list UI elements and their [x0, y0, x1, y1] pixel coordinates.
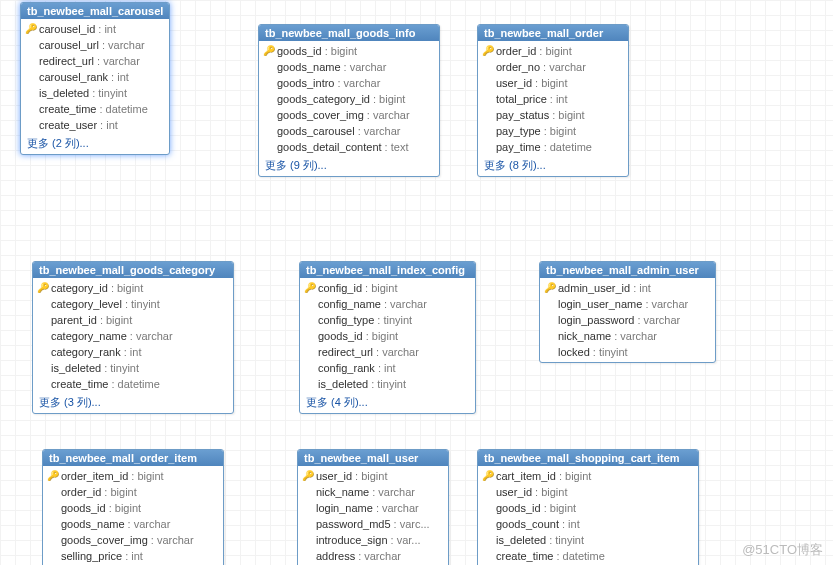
field-row[interactable]: •selling_price: int: [43, 548, 223, 564]
field-row[interactable]: 🔑user_id: bigint: [298, 468, 448, 484]
field-row[interactable]: 🔑order_id: bigint: [478, 43, 628, 59]
field-type: : datetime: [544, 140, 592, 154]
db-table-goods_info[interactable]: tb_newbee_mall_goods_info🔑goods_id: bigi…: [258, 24, 440, 177]
field-row[interactable]: •user_id: bigint: [478, 75, 628, 91]
table-title[interactable]: tb_newbee_mall_user: [298, 450, 448, 466]
db-table-carousel[interactable]: tb_newbee_mall_carousel🔑carousel_id: int…: [20, 2, 170, 155]
field-icon: •: [482, 60, 494, 74]
field-row[interactable]: •address: varchar: [298, 548, 448, 564]
field-type: : bigint: [559, 469, 591, 483]
table-fields: 🔑goods_id: bigint•goods_name: varchar•go…: [259, 41, 439, 157]
field-icon: •: [263, 92, 275, 106]
field-row[interactable]: •goods_id: bigint: [43, 500, 223, 516]
field-type: : tinyint: [104, 361, 139, 375]
field-row[interactable]: •category_rank: int: [33, 344, 233, 360]
field-row[interactable]: 🔑admin_user_id: int: [540, 280, 715, 296]
field-row[interactable]: •is_deleted: tinyint: [21, 85, 169, 101]
more-columns-link[interactable]: 更多 (4 列)...: [300, 394, 475, 413]
field-icon: •: [25, 70, 37, 84]
field-row[interactable]: •goods_intro: varchar: [259, 75, 439, 91]
db-table-order[interactable]: tb_newbee_mall_order🔑order_id: bigint•or…: [477, 24, 629, 177]
field-row[interactable]: •goods_category_id: bigint: [259, 91, 439, 107]
field-row[interactable]: 🔑goods_id: bigint: [259, 43, 439, 59]
field-row[interactable]: •carousel_rank: int: [21, 69, 169, 85]
field-row[interactable]: •is_deleted: tinyint: [478, 532, 698, 548]
field-row[interactable]: •goods_name: varchar: [259, 59, 439, 75]
db-table-index_config[interactable]: tb_newbee_mall_index_config🔑config_id: b…: [299, 261, 476, 414]
field-row[interactable]: •config_type: tinyint: [300, 312, 475, 328]
field-name: config_id: [318, 281, 362, 295]
field-row[interactable]: •login_user_name: varchar: [540, 296, 715, 312]
field-row[interactable]: •locked: tinyint: [540, 344, 715, 360]
field-row[interactable]: •pay_type: bigint: [478, 123, 628, 139]
table-title[interactable]: tb_newbee_mall_shopping_cart_item: [478, 450, 698, 466]
field-row[interactable]: •goods_name: varchar: [43, 516, 223, 532]
field-row[interactable]: •config_rank: int: [300, 360, 475, 376]
er-diagram-canvas[interactable]: @51CTO博客 tb_newbee_mall_carousel🔑carouse…: [0, 0, 833, 565]
field-row[interactable]: •redirect_url: varchar: [21, 53, 169, 69]
field-type: : text: [385, 140, 409, 154]
more-columns-link[interactable]: 更多 (8 列)...: [478, 157, 628, 176]
field-row[interactable]: •login_name: varchar: [298, 500, 448, 516]
field-row[interactable]: •is_deleted: tinyint: [33, 360, 233, 376]
table-title[interactable]: tb_newbee_mall_admin_user: [540, 262, 715, 278]
field-row[interactable]: 🔑config_id: bigint: [300, 280, 475, 296]
table-title[interactable]: tb_newbee_mall_carousel: [21, 3, 169, 19]
more-columns-link[interactable]: 更多 (3 列)...: [33, 394, 233, 413]
table-title[interactable]: tb_newbee_mall_order: [478, 25, 628, 41]
field-row[interactable]: •goods_id: bigint: [478, 500, 698, 516]
field-row[interactable]: •goods_cover_img: varchar: [43, 532, 223, 548]
field-row[interactable]: •goods_id: bigint: [300, 328, 475, 344]
field-row[interactable]: 🔑order_item_id: bigint: [43, 468, 223, 484]
table-title[interactable]: tb_newbee_mall_goods_info: [259, 25, 439, 41]
field-name: pay_time: [496, 140, 541, 154]
db-table-admin_user[interactable]: tb_newbee_mall_admin_user🔑admin_user_id:…: [539, 261, 716, 363]
field-row[interactable]: •user_id: bigint: [478, 484, 698, 500]
field-row[interactable]: •order_no: varchar: [478, 59, 628, 75]
more-columns-link[interactable]: 更多 (9 列)...: [259, 157, 439, 176]
table-title[interactable]: tb_newbee_mall_index_config: [300, 262, 475, 278]
field-type: : varchar: [614, 329, 657, 343]
field-row[interactable]: •password_md5: varc...: [298, 516, 448, 532]
field-row[interactable]: •introduce_sign: var...: [298, 532, 448, 548]
field-row[interactable]: •create_time: datetime: [33, 376, 233, 392]
field-row[interactable]: •goods_cover_img: varchar: [259, 107, 439, 123]
field-row[interactable]: •config_name: varchar: [300, 296, 475, 312]
table-title[interactable]: tb_newbee_mall_goods_category: [33, 262, 233, 278]
field-row[interactable]: •nick_name: varchar: [298, 484, 448, 500]
field-row[interactable]: •order_id: bigint: [43, 484, 223, 500]
field-name: goods_cover_img: [277, 108, 364, 122]
db-table-cart_item[interactable]: tb_newbee_mall_shopping_cart_item🔑cart_i…: [477, 449, 699, 565]
field-row[interactable]: •goods_count: int: [478, 516, 698, 532]
field-icon: •: [302, 549, 314, 563]
field-row[interactable]: 🔑category_id: bigint: [33, 280, 233, 296]
field-row[interactable]: •category_name: varchar: [33, 328, 233, 344]
db-table-order_item[interactable]: tb_newbee_mall_order_item🔑order_item_id:…: [42, 449, 224, 565]
field-row[interactable]: •create_time: datetime: [21, 101, 169, 117]
field-row[interactable]: •is_deleted: tinyint: [300, 376, 475, 392]
db-table-goods_category[interactable]: tb_newbee_mall_goods_category🔑category_i…: [32, 261, 234, 414]
field-row[interactable]: 🔑cart_item_id: bigint: [478, 468, 698, 484]
field-icon: •: [482, 76, 494, 90]
field-row[interactable]: •redirect_url: varchar: [300, 344, 475, 360]
field-row[interactable]: 🔑carousel_id: int: [21, 21, 169, 37]
field-row[interactable]: •create_time: datetime: [478, 548, 698, 564]
field-row[interactable]: •nick_name: varchar: [540, 328, 715, 344]
field-row[interactable]: •category_level: tinyint: [33, 296, 233, 312]
field-row[interactable]: •goods_detail_content: text: [259, 139, 439, 155]
field-row[interactable]: •pay_status: bigint: [478, 107, 628, 123]
field-row[interactable]: •pay_time: datetime: [478, 139, 628, 155]
table-title[interactable]: tb_newbee_mall_order_item: [43, 450, 223, 466]
field-row[interactable]: •goods_carousel: varchar: [259, 123, 439, 139]
field-row[interactable]: •login_password: varchar: [540, 312, 715, 328]
field-type: : tinyint: [593, 345, 628, 359]
field-row[interactable]: •total_price: int: [478, 91, 628, 107]
field-row[interactable]: •carousel_url: varchar: [21, 37, 169, 53]
db-table-user[interactable]: tb_newbee_mall_user🔑user_id: bigint•nick…: [297, 449, 449, 565]
field-name: is_deleted: [318, 377, 368, 391]
field-name: redirect_url: [318, 345, 373, 359]
field-icon: •: [482, 517, 494, 531]
field-row[interactable]: •parent_id: bigint: [33, 312, 233, 328]
more-columns-link[interactable]: 更多 (2 列)...: [21, 135, 169, 154]
field-row[interactable]: •create_user: int: [21, 117, 169, 133]
